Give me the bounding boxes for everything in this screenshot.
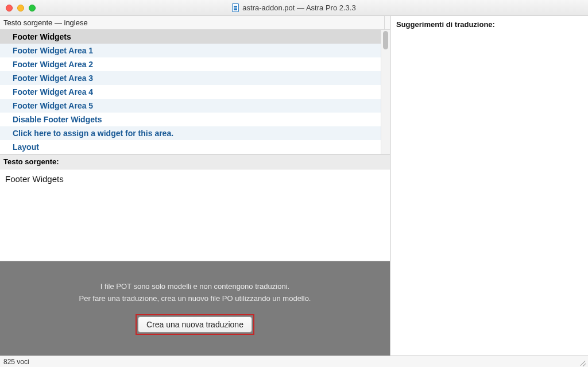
status-bar: 825 voci [0,356,588,367]
window-title: astra-addon.pot — Astra Pro 2.3.3 [0,3,588,12]
list-item[interactable]: Footer Widget Area 5 [0,99,381,113]
status-text: 825 voci [3,358,29,366]
window-title-text: astra-addon.pot — Astra Pro 2.3.3 [242,3,355,12]
source-list-header: Testo sorgente — inglese [0,16,384,30]
resize-grip-icon[interactable] [579,359,586,366]
pot-banner-line2: Per fare una traduzione, crea un nuovo f… [79,294,311,303]
list-item[interactable]: Disable Footer Widgets [0,113,381,126]
translation-suggestions-heading: Suggerimenti di traduzione: [396,20,582,29]
left-panel: Testo sorgente — inglese Footer Widgets … [0,16,390,356]
list-item[interactable]: Footer Widget Area 4 [0,85,381,99]
titlebar: astra-addon.pot — Astra Pro 2.3.3 [0,0,588,16]
pot-button-highlight: Crea una nuova traduzione [136,314,254,335]
list-item[interactable]: Footer Widget Area 1 [0,44,381,57]
close-icon[interactable] [6,5,13,11]
column-spacer [384,16,390,30]
right-panel: Suggerimenti di traduzione: [390,16,588,356]
scrollbar[interactable] [381,30,390,154]
pot-template-banner: I file POT sono solo modelli e non conte… [0,261,390,356]
list-item[interactable]: Footer Widgets [0,30,381,44]
list-item[interactable]: Footer Widget Area 2 [0,57,381,71]
zoom-icon[interactable] [29,5,36,11]
list-item[interactable]: Footer Widget Area 3 [0,71,381,85]
source-text-content: Footer Widgets [0,169,390,261]
main-content: Testo sorgente — inglese Footer Widgets … [0,16,588,356]
source-text-label: Testo sorgente: [0,154,390,169]
window-controls [6,5,36,11]
list-item[interactable]: Click here to assign a widget for this a… [0,126,381,140]
list-item[interactable]: Layout [0,140,381,154]
document-icon [232,3,239,12]
minimize-icon[interactable] [17,5,24,11]
create-translation-button[interactable]: Crea una nuova traduzione [138,316,252,333]
source-list[interactable]: Footer Widgets Footer Widget Area 1 Foot… [0,30,381,154]
scrollbar-thumb[interactable] [383,31,388,49]
pot-banner-line1: I file POT sono solo modelli e non conte… [100,282,289,291]
